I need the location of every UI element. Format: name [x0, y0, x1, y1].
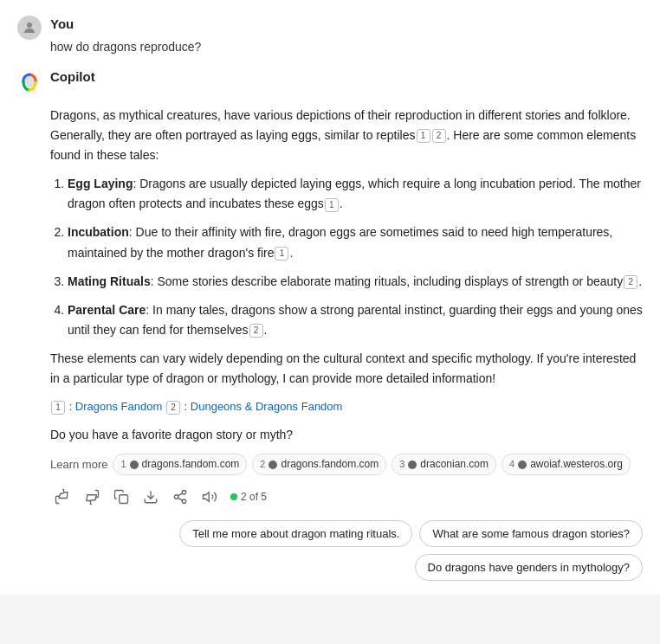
- cite-1: 1: [417, 129, 430, 143]
- svg-point-4: [174, 495, 178, 499]
- chip-3-domain: draconian.com: [420, 456, 489, 473]
- intro-paragraph: Dragons, as mythical creatures, have var…: [50, 106, 643, 165]
- svg-line-7: [178, 493, 182, 496]
- chip-1-domain: dragons.fandom.com: [142, 456, 240, 473]
- response-body: Dragons, as mythical creatures, have var…: [50, 106, 643, 581]
- source-cite-1: 1: [51, 401, 65, 415]
- suggestion-btn-1[interactable]: Tell me more about dragon mating rituals…: [179, 520, 412, 547]
- sources-line: 1 : Dragons Fandom 2 : Dungeons & Dragon…: [50, 397, 643, 415]
- chip-1-dot: [130, 460, 139, 469]
- share-button[interactable]: [168, 486, 192, 508]
- copilot-name: Copilot: [50, 69, 95, 84]
- list-item-2: Incubation: Due to their affinity with f…: [68, 222, 643, 262]
- svg-point-0: [27, 23, 32, 28]
- item4-text: : In many tales, dragons show a strong p…: [68, 303, 643, 337]
- learn-more-label: Learn more: [50, 455, 107, 473]
- source-cite-2: 2: [166, 401, 180, 415]
- list-item-4: Parental Care: In many tales, dragons sh…: [68, 300, 643, 340]
- chip-1[interactable]: 1 dragons.fandom.com: [113, 454, 247, 476]
- chip-4-domain: awoiaf.westeros.org: [530, 456, 623, 473]
- svg-point-3: [182, 491, 186, 495]
- list-item-1: Egg Laying: Dragons are usually depicted…: [68, 174, 643, 214]
- learn-more-bar: Learn more 1 dragons.fandom.com 2 dragon…: [50, 454, 643, 476]
- copilot-icon: [17, 71, 42, 95]
- chip-3-dot: [408, 460, 417, 469]
- green-dot: [230, 493, 237, 500]
- chip-4-num: 4: [509, 456, 514, 472]
- chip-2-domain: dragons.fandom.com: [281, 456, 379, 473]
- suggestion-buttons: Tell me more about dragon mating rituals…: [50, 520, 643, 581]
- suggestion-btn-3[interactable]: Do dragons have genders in mythology?: [415, 554, 643, 581]
- user-message: You how do dragons reproduce?: [17, 14, 643, 54]
- svg-line-6: [178, 499, 182, 501]
- cite-item4: 2: [249, 324, 263, 338]
- list-item-3: Mating Rituals: Some stories describe el…: [68, 272, 643, 292]
- source-link-2[interactable]: Dungeons & Dragons Fandom: [191, 400, 343, 413]
- follow-up: Do you have a favorite dragon story or m…: [50, 425, 643, 445]
- list: Egg Laying: Dragons are usually depicted…: [68, 174, 643, 340]
- item2-text: : Due to their affinity with fire, drago…: [68, 225, 612, 259]
- chip-2-num: 2: [260, 456, 265, 472]
- svg-marker-8: [204, 493, 210, 502]
- download-button[interactable]: [139, 486, 163, 508]
- thumbs-down-button[interactable]: [80, 486, 104, 508]
- item4-bold: Parental Care: [68, 303, 146, 317]
- source-link-1[interactable]: Dragons Fandom: [75, 400, 162, 413]
- suggestion-btn-2[interactable]: What are some famous dragon stories?: [419, 520, 643, 547]
- user-avatar: [17, 16, 42, 40]
- chip-2-dot: [269, 460, 277, 469]
- svg-rect-1: [120, 495, 128, 504]
- page-indicator: 2 of 5: [230, 489, 267, 506]
- user-question: how do dragons reproduce?: [50, 40, 201, 54]
- item3-text: : Some stories describe elaborate mating…: [151, 274, 624, 288]
- chip-2[interactable]: 2 dragons.fandom.com: [252, 454, 386, 476]
- copilot-header: Copilot: [17, 69, 643, 95]
- item3-bold: Mating Rituals: [68, 274, 151, 288]
- copy-button[interactable]: [109, 486, 133, 508]
- outro-paragraph: These elements can vary widely depending…: [50, 349, 643, 389]
- chip-3[interactable]: 3 draconian.com: [391, 454, 496, 476]
- chip-4-dot: [518, 460, 527, 469]
- sound-button[interactable]: [197, 486, 222, 508]
- action-bar: 2 of 5: [50, 486, 643, 508]
- cite-item1: 1: [325, 198, 339, 212]
- thumbs-up-button[interactable]: [50, 486, 74, 508]
- chip-3-num: 3: [399, 456, 404, 472]
- chip-1-num: 1: [120, 456, 126, 472]
- page-count: 2 of 5: [241, 489, 267, 506]
- item1-text: : Dragons are usually depicted laying eg…: [68, 177, 641, 210]
- cite-2: 2: [432, 129, 446, 143]
- chip-4[interactable]: 4 awoiaf.westeros.org: [501, 454, 631, 476]
- item2-bold: Incubation: [68, 225, 129, 239]
- user-name: You: [50, 14, 201, 35]
- item1-bold: Egg Laying: [68, 177, 133, 190]
- cite-item3: 2: [624, 275, 637, 289]
- cite-item2: 1: [275, 247, 288, 261]
- svg-point-5: [182, 499, 186, 504]
